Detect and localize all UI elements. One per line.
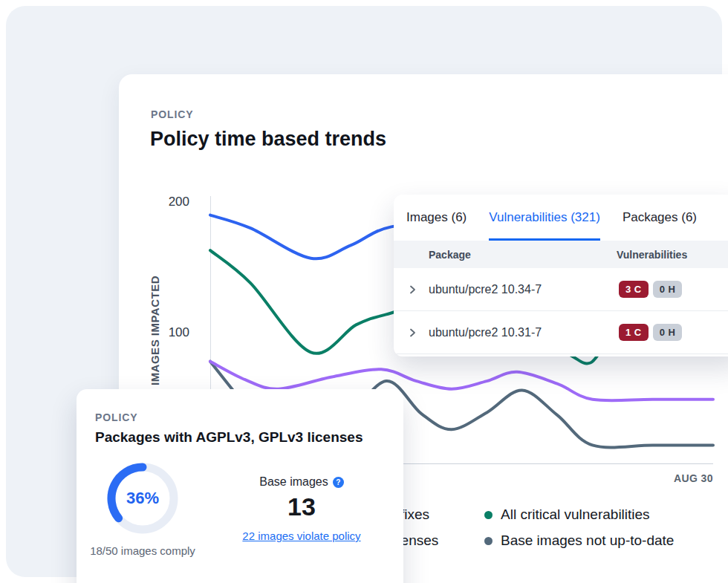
severity-badge-critical: 3 C	[619, 281, 649, 298]
table-body: ubuntu/pcre2 10.34-73 C0 Hubuntu/pcre2 1…	[394, 268, 728, 354]
table-header-row: Package Vulnerabilities	[394, 241, 728, 268]
package-name: ubuntu/pcre2 10.31-7	[429, 326, 542, 339]
severity-badge-high: 0 H	[653, 324, 683, 341]
severity-badges: 3 C0 H	[619, 281, 682, 298]
panel-tabs: Images (6)Vulnerabilities (321)Packages …	[394, 195, 728, 241]
page-title: Policy time based trends	[150, 128, 386, 151]
table-row[interactable]: ubuntu/pcre2 10.31-71 C0 H	[394, 311, 728, 354]
policy-eyebrow: POLICY	[151, 108, 194, 120]
column-header-package: Package	[429, 249, 471, 261]
stat-value: 13	[287, 492, 316, 521]
severity-badges: 1 C0 H	[619, 324, 682, 341]
y-axis-tick-200: 200	[149, 195, 189, 209]
license-policy-card: POLICY Packages with AGPLv3, GPLv3 licen…	[77, 389, 403, 583]
stat-label-row: Base images ?	[259, 475, 344, 489]
license-policy-title: Packages with AGPLv3, GPLv3 licenses	[95, 429, 363, 446]
tab-vulnerabilities[interactable]: Vulnerabilities (321)	[489, 195, 600, 241]
severity-badge-high: 0 H	[653, 281, 683, 298]
legend-label: Base images not up-to-date	[501, 532, 674, 549]
base-images-stat: Base images ? 13 22 images violate polic…	[235, 475, 368, 542]
violations-link[interactable]: 22 images violate policy	[242, 530, 360, 542]
policy-eyebrow: POLICY	[95, 411, 138, 423]
table-row[interactable]: ubuntu/pcre2 10.34-73 C0 H	[394, 268, 728, 311]
tab-packages[interactable]: Packages (6)	[623, 195, 697, 241]
legend-item-all-critical-vulnerabilities: All critical vulnerabilities	[484, 506, 650, 524]
chevron-right-icon[interactable]	[406, 284, 418, 296]
tab-images[interactable]: Images (6)	[406, 195, 467, 241]
legend-item-base-images-not-up-to-date: Base images not up-to-date	[484, 532, 674, 550]
help-icon[interactable]: ?	[333, 477, 344, 488]
legend-dot-icon	[484, 511, 493, 519]
chevron-right-icon[interactable]	[406, 327, 418, 339]
severity-badge-critical: 1 C	[619, 324, 649, 341]
legend-dot-icon	[484, 537, 493, 545]
stat-label: Base images	[259, 475, 328, 489]
package-name: ubuntu/pcre2 10.34-7	[429, 283, 542, 296]
x-axis-date-label: AUG 30	[609, 472, 713, 484]
screenshot-root: POLICY Policy time based trends 200 100 …	[0, 0, 728, 583]
column-header-vulnerabilities: Vulnerabilities	[617, 249, 687, 261]
donut-caption: 18/50 images comply	[87, 544, 198, 558]
compliance-donut-chart: 36%	[107, 463, 178, 534]
vulnerabilities-panel: Images (6)Vulnerabilities (321)Packages …	[394, 195, 728, 356]
legend-label: All critical vulnerabilities	[501, 507, 650, 523]
donut-percent-label: 36%	[107, 463, 178, 534]
